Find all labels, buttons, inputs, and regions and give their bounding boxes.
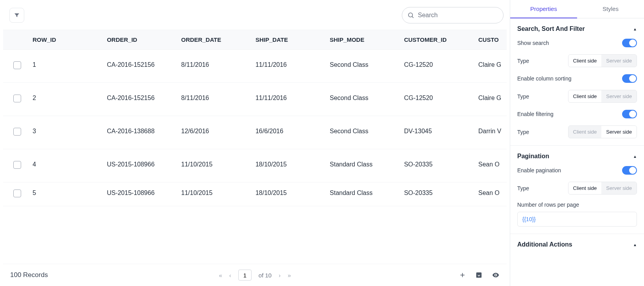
toggle-show-search[interactable]	[622, 39, 637, 47]
seg-search-server[interactable]: Server side	[601, 55, 637, 67]
section-header-search[interactable]: Search, Sort And Filter ▲	[517, 25, 637, 32]
table-row[interactable]: 1CA-2016-1521568/11/201611/11/2016Second…	[3, 50, 507, 83]
cell-customer-name: Sean O	[474, 182, 507, 206]
cell-ship-date: 18/10/2015	[251, 149, 325, 182]
search-input[interactable]	[402, 7, 504, 23]
seg-pagination-server[interactable]: Server side	[601, 182, 637, 194]
cell-order-date: 11/10/2015	[176, 182, 251, 206]
header-customer-name[interactable]: CUSTO	[474, 30, 507, 50]
collapse-icon: ▲	[633, 154, 637, 159]
toggle-enable-pagination[interactable]	[622, 166, 637, 175]
cell-order-id: US-2015-108966	[102, 182, 176, 206]
header-ship-mode[interactable]: SHIP_MODE	[325, 30, 399, 50]
cell-ship-date: 18/10/2015	[251, 182, 325, 206]
cell-customer-id: CG-12520	[399, 50, 474, 83]
row-checkbox[interactable]	[13, 61, 21, 69]
label-pagination-type: Type	[517, 185, 529, 191]
svg-line-1	[412, 16, 413, 18]
section-header-additional[interactable]: Additional Actions ▲	[517, 241, 637, 248]
cell-ship-mode: Standard Class	[325, 182, 399, 206]
page-last-button[interactable]: »	[288, 272, 291, 279]
label-enable-filtering: Enable filtering	[517, 111, 554, 117]
cell-order-id: CA-2016-138688	[102, 116, 176, 149]
page-next-button[interactable]: ›	[279, 272, 281, 279]
seg-sort-client[interactable]: Client side	[568, 90, 602, 102]
page-first-button[interactable]: «	[219, 272, 222, 279]
collapse-icon: ▲	[633, 243, 637, 247]
toggle-enable-filtering[interactable]	[622, 110, 637, 118]
input-rows-per-page[interactable]: {{10}}	[517, 212, 637, 227]
footer-actions	[459, 271, 500, 279]
cell-ship-date: 11/11/2016	[251, 83, 325, 116]
search-icon	[407, 12, 414, 19]
row-checkbox[interactable]	[13, 161, 21, 169]
row-checkbox-cell	[3, 116, 28, 149]
section-title-search: Search, Sort And Filter	[517, 25, 585, 32]
cell-ship-mode: Standard Class	[325, 149, 399, 182]
page-of-label: of 10	[259, 272, 272, 279]
cell-customer-id: CG-12520	[399, 83, 474, 116]
header-customer-id[interactable]: CUSTOMER_ID	[399, 30, 474, 50]
table-row[interactable]: 2CA-2016-1521568/11/201611/11/2016Second…	[3, 83, 507, 116]
eye-icon	[492, 271, 500, 279]
toggle-enable-sorting[interactable]	[622, 74, 637, 83]
cell-customer-name: Darrin V	[474, 116, 507, 149]
header-ship-date[interactable]: SHIP_DATE	[251, 30, 325, 50]
table-row[interactable]: 3CA-2016-13868812/6/201616/6/2016Second …	[3, 116, 507, 149]
label-filter-type: Type	[517, 129, 529, 135]
cell-order-date: 8/11/2016	[176, 50, 251, 83]
cell-customer-id: SO-20335	[399, 149, 474, 182]
label-show-search: Show search	[517, 40, 549, 46]
cell-order-id: CA-2016-152156	[102, 50, 176, 83]
cell-customer-id: SO-20335	[399, 182, 474, 206]
section-pagination: Pagination ▲ Enable pagination Type Clie…	[510, 146, 644, 234]
header-order-date[interactable]: ORDER_DATE	[176, 30, 251, 50]
download-button[interactable]	[475, 272, 482, 279]
label-rows-per-page: Number of rows per page	[517, 202, 637, 208]
label-enable-pagination: Enable pagination	[517, 167, 561, 173]
filter-icon	[14, 12, 20, 18]
cell-row-id: 5	[28, 182, 102, 206]
seg-sort-server[interactable]: Server side	[601, 90, 637, 102]
row-checkbox[interactable]	[13, 189, 21, 197]
cell-ship-mode: Second Class	[325, 83, 399, 116]
table-footer: 100 Records « ‹ of 10 › »	[3, 264, 507, 286]
section-title-pagination: Pagination	[517, 153, 549, 160]
page-prev-button[interactable]: ‹	[229, 272, 231, 279]
row-checkbox-cell	[3, 83, 28, 116]
properties-panel: Properties Styles Search, Sort And Filte…	[510, 0, 644, 286]
section-header-pagination[interactable]: Pagination ▲	[517, 153, 637, 160]
visibility-button[interactable]	[492, 271, 500, 279]
row-checkbox[interactable]	[13, 128, 21, 136]
section-additional-actions: Additional Actions ▲	[510, 234, 644, 255]
label-sort-type: Type	[517, 93, 529, 100]
tab-styles[interactable]: Styles	[577, 0, 644, 18]
seg-filter-client[interactable]: Client side	[568, 126, 602, 138]
cell-ship-mode: Second Class	[325, 50, 399, 83]
row-checkbox[interactable]	[13, 95, 21, 102]
cell-order-id: CA-2016-152156	[102, 83, 176, 116]
download-icon	[475, 272, 482, 279]
collapse-icon: ▲	[633, 27, 637, 31]
cell-customer-name: Sean O	[474, 149, 507, 182]
seg-search-client[interactable]: Client side	[568, 55, 602, 67]
seg-pagination-client[interactable]: Client side	[568, 182, 602, 194]
page-number-input[interactable]	[238, 270, 252, 281]
tab-properties[interactable]: Properties	[510, 0, 577, 18]
cell-customer-name: Claire G	[474, 83, 507, 116]
cell-ship-date: 11/11/2016	[251, 50, 325, 83]
table-row[interactable]: 4US-2015-10896611/10/201518/10/2015Stand…	[3, 149, 507, 182]
pagination: « ‹ of 10 › »	[219, 270, 291, 281]
label-search-type: Type	[517, 58, 529, 64]
table-row[interactable]: 5US-2015-10896611/10/201518/10/2015Stand…	[3, 182, 507, 206]
header-checkbox-cell	[3, 30, 28, 50]
cell-order-id: US-2015-108966	[102, 149, 176, 182]
header-row-id[interactable]: ROW_ID	[28, 30, 102, 50]
svg-point-0	[408, 13, 413, 17]
section-search-sort-filter: Search, Sort And Filter ▲ Show search Ty…	[510, 18, 644, 146]
filter-button[interactable]	[9, 8, 24, 23]
cell-order-date: 12/6/2016	[176, 116, 251, 149]
header-order-id[interactable]: ORDER_ID	[102, 30, 176, 50]
add-row-button[interactable]	[459, 272, 466, 279]
seg-filter-server[interactable]: Server side	[601, 126, 637, 138]
